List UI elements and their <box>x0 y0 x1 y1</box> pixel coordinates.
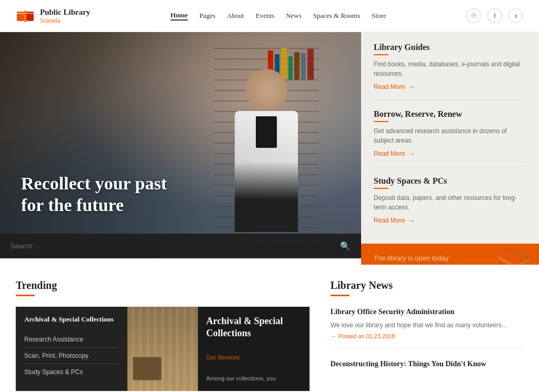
facebook-icon[interactable]: f <box>487 8 502 23</box>
nav-pages[interactable]: Pages <box>199 12 215 20</box>
sidebar-borrow: Borrow, Reserve, Renew Get advanced rese… <box>374 109 526 167</box>
hero-overlay <box>0 32 361 258</box>
globe-icon[interactable]: ☉ <box>466 8 481 23</box>
sidebar-guides-underline <box>374 54 388 55</box>
trending-section: Trending Archival & Special Collections … <box>16 279 331 391</box>
borrow-read-more[interactable]: Read More → <box>374 149 526 158</box>
trending-menu-item-study[interactable]: Study Spaces & PCs <box>24 364 119 380</box>
news-section: Library News Library Office Security Adm… <box>331 279 523 391</box>
nav-news[interactable]: News <box>286 12 302 20</box>
trending-card: Archival & Special Collections Research … <box>16 307 310 391</box>
social-icons: ☉ f x <box>466 8 523 23</box>
guides-read-more[interactable]: Read More → <box>374 83 526 91</box>
search-icon[interactable]: 🔍 <box>340 241 351 251</box>
news-item-2: Deconstructing History: Things You Didn'… <box>331 359 523 381</box>
trending-menu-title: Archival & Special Collections <box>24 315 119 324</box>
hero-text-block: Recollect your past for the future <box>21 173 167 216</box>
news-title: Library News <box>331 279 523 292</box>
sidebar-study-desc: Deposit data, papers, and other resource… <box>374 193 526 212</box>
hero-headline: Recollect your past for the future <box>21 173 167 216</box>
sidebar-borrow-desc: Get advanced research assistance in doze… <box>374 126 526 145</box>
search-input[interactable] <box>11 242 340 250</box>
main-content: Trending Archival & Special Collections … <box>0 258 539 392</box>
hero-section: Recollect your past for the future 🔍 Lib… <box>0 32 539 258</box>
header: Public Library Scientia Home Pages About… <box>0 0 539 32</box>
sidebar-library-guides: Library Guides Find books, media, databa… <box>374 43 526 100</box>
trending-image <box>127 307 198 391</box>
logo-area: Public Library Scientia <box>16 6 90 25</box>
news-item-2-title[interactable]: Deconstructing History: Things You Didn'… <box>331 359 523 369</box>
news-item-1-title[interactable]: Library Office Security Administration <box>331 307 523 317</box>
trending-feature-title: Archival & Special Collections <box>206 315 301 340</box>
trending-menu-item-research[interactable]: Research Assistance <box>24 331 119 348</box>
sidebar-study-title: Study Spaces & PCs <box>374 176 526 186</box>
nav-store[interactable]: Store <box>372 12 386 20</box>
trending-feature-desc: Among our collections, you <box>206 375 301 383</box>
read-more-arrow: → <box>407 83 415 91</box>
hero-sidebar: Library Guides Find books, media, databa… <box>361 32 539 258</box>
hero-headline-line1: Recollect your past <box>21 174 167 193</box>
news-item-1-date: → Posted on 01.23.2018 <box>331 333 523 339</box>
news-item-1: Library Office Security Administration W… <box>331 307 523 348</box>
news-item-1-desc: We love our library and hope that we fin… <box>331 320 523 330</box>
nav-home[interactable]: Home <box>171 11 188 21</box>
logo-name: Public Library <box>40 7 90 17</box>
nav-about[interactable]: About <box>227 12 244 20</box>
sidebar-borrow-underline <box>374 121 388 122</box>
hero-search-bar: 🔍 <box>0 234 361 258</box>
hero-headline-line2: for the future <box>21 195 124 215</box>
read-more-arrow-2: → <box>407 149 415 158</box>
sidebar-study: Study Spaces & PCs Deposit data, papers,… <box>374 176 526 233</box>
trending-title: Trending <box>16 279 310 292</box>
archive-box <box>133 357 162 380</box>
trending-feature-panel: Archival & Special Collections Our Servi… <box>198 307 310 391</box>
trending-underline <box>16 295 35 296</box>
hours-book-icon: 📚 <box>494 249 534 265</box>
trending-menu: Archival & Special Collections Research … <box>16 307 127 391</box>
svg-rect-2 <box>24 11 26 22</box>
hero-image: Recollect your past for the future 🔍 <box>0 32 361 258</box>
sidebar-guides-title: Library Guides <box>374 43 526 52</box>
read-more-arrow-3: → <box>407 216 415 225</box>
trending-feature-sub: Our Services <box>206 354 301 360</box>
nav-events[interactable]: Events <box>256 12 274 20</box>
twitter-icon[interactable]: x <box>508 8 523 23</box>
study-read-more[interactable]: Read More → <box>374 216 526 225</box>
nav-spaces[interactable]: Spaces & Rooms <box>313 12 361 20</box>
trending-menu-item-scan[interactable]: Scan, Print, Photocopy <box>24 348 119 364</box>
library-hours: The library is open today 6:00 AM – 8:00… <box>361 244 539 265</box>
news-arrow-icon: → <box>331 333 336 339</box>
sidebar-study-underline <box>374 188 388 189</box>
sidebar-borrow-title: Borrow, Reserve, Renew <box>374 109 526 119</box>
sidebar-items-list: Library Guides Find books, media, databa… <box>361 32 539 244</box>
logo-icon <box>16 6 35 25</box>
sidebar-guides-desc: Find books, media, databases, e-journals… <box>374 59 526 78</box>
news-underline <box>331 295 350 296</box>
logo-sub: Scientia <box>40 17 90 25</box>
main-nav: Home Pages About Events News Spaces & Ro… <box>171 11 386 21</box>
